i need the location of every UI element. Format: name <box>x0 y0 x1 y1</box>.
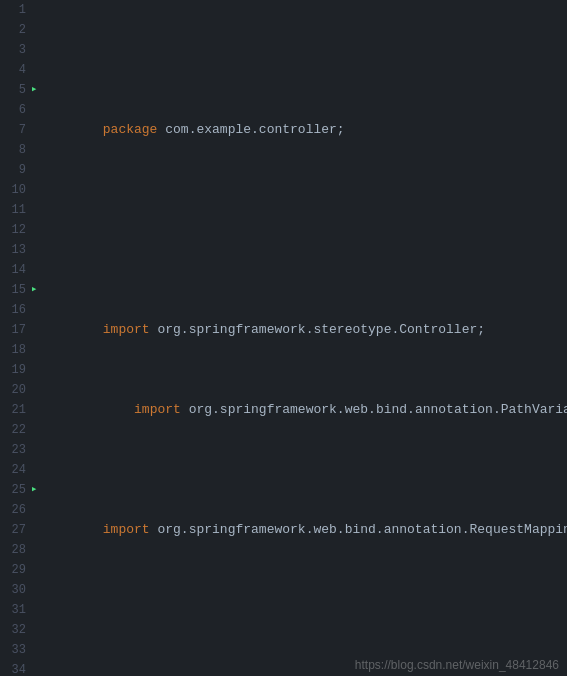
code-line <box>40 180 567 200</box>
gutter-marker: ▶ <box>32 282 40 296</box>
code-content: ▶ package com.example.controller; ▶ impo… <box>32 0 567 676</box>
gutter-marker: ▶ <box>32 82 40 96</box>
code-line: import org.springframework.web.bind.anno… <box>40 380 567 400</box>
code-line <box>40 580 567 600</box>
code-editor: 1 2 3 4 5 6 7 8 9 10 11 12 13 14 15 16 1… <box>0 0 567 676</box>
code-line: ▶ package com.example.controller; <box>40 80 567 100</box>
code-line: ▶ import org.springframework.stereotype.… <box>40 280 567 300</box>
gutter-marker: ▶ <box>32 482 40 496</box>
line-numbers: 1 2 3 4 5 6 7 8 9 10 11 12 13 14 15 16 1… <box>0 0 32 676</box>
code-line: ▶ import org.springframework.web.bind.an… <box>40 480 567 500</box>
watermark: https://blog.csdn.net/weixin_48412846 <box>355 658 559 672</box>
